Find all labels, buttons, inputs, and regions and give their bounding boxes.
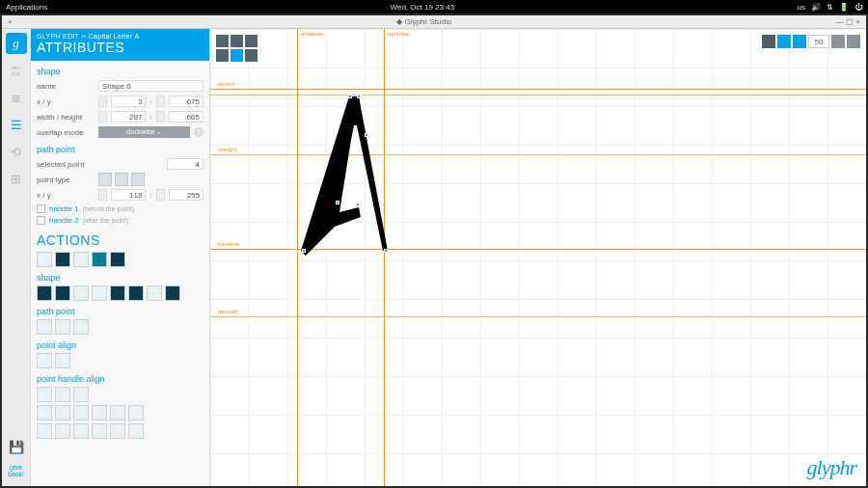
halign-3[interactable] xyxy=(73,387,89,402)
battery-icon[interactable]: 🔋 xyxy=(839,3,849,12)
halign-13[interactable] xyxy=(92,423,107,439)
path-node[interactable] xyxy=(356,203,360,206)
halign-8[interactable] xyxy=(110,405,125,420)
pp-action-3[interactable] xyxy=(73,319,89,335)
actions-pointalign-label: point align xyxy=(37,340,203,350)
section-shape: shape xyxy=(37,67,203,76)
lock-w-icon[interactable] xyxy=(98,111,107,122)
halign-2[interactable] xyxy=(55,387,70,402)
view-pan[interactable] xyxy=(762,35,775,48)
rail-glyph-edit[interactable]: abc xyz xyxy=(6,60,27,81)
help-icon[interactable]: ? xyxy=(194,127,203,137)
zoom-value[interactable]: 50 xyxy=(808,35,829,48)
action-add[interactable] xyxy=(92,252,107,267)
sound-icon[interactable]: 🔊 xyxy=(811,3,821,12)
shape-action-5[interactable] xyxy=(110,285,125,301)
path-node[interactable] xyxy=(365,133,368,137)
guide-descent[interactable] xyxy=(210,316,866,317)
path-node[interactable] xyxy=(384,249,388,253)
actions-pathpoint-label: path point xyxy=(37,307,203,316)
action-paste[interactable] xyxy=(73,252,89,267)
point-type-corner[interactable] xyxy=(98,173,112,186)
halign-12[interactable] xyxy=(73,423,89,439)
input-shape-name[interactable]: Shape 0 xyxy=(98,80,203,92)
glyph-shape[interactable] xyxy=(301,96,397,260)
rail-logo[interactable]: g xyxy=(6,33,27,54)
give-back-link[interactable]: give back! xyxy=(8,464,24,478)
rail-guides[interactable]: ⊞ xyxy=(6,168,27,189)
tool-arrow[interactable] xyxy=(216,35,229,47)
guide-left-side[interactable] xyxy=(297,29,298,486)
tool-pen[interactable] xyxy=(231,35,243,47)
guide-ascent[interactable] xyxy=(210,89,866,90)
halign-9[interactable] xyxy=(128,405,144,420)
pp-action-2[interactable] xyxy=(55,319,70,335)
halign-1[interactable] xyxy=(37,387,52,402)
input-pp-x[interactable]: 118 xyxy=(111,189,146,201)
shape-action-8[interactable] xyxy=(165,285,180,301)
lock-pp-y-icon[interactable] xyxy=(156,189,165,201)
input-y[interactable]: 675 xyxy=(169,95,203,107)
shape-action-7[interactable] xyxy=(147,285,162,301)
checkbox-icon xyxy=(37,216,45,225)
power-icon[interactable]: ⏻ xyxy=(854,3,862,12)
breadcrumb[interactable]: GLYPH EDIT ›› Capital Letter A xyxy=(37,33,203,40)
overlap-mode-dropdown[interactable]: clockwise ⌄ xyxy=(98,126,190,138)
tool-shape[interactable] xyxy=(245,35,258,47)
tool-path-add[interactable] xyxy=(231,49,243,62)
halign-10[interactable] xyxy=(37,423,52,439)
input-selected-point[interactable]: 4 xyxy=(167,158,203,170)
shape-action-4[interactable] xyxy=(92,285,107,301)
action-undo[interactable] xyxy=(55,252,70,267)
lock-x-icon[interactable] xyxy=(98,95,107,107)
view-fit[interactable] xyxy=(777,35,791,48)
halign-4[interactable] xyxy=(37,405,52,420)
input-w[interactable]: 287 xyxy=(111,111,146,122)
shape-action-2[interactable] xyxy=(55,285,70,301)
view-onebyone[interactable] xyxy=(793,35,806,48)
zoom-in[interactable] xyxy=(831,35,845,48)
rail-history[interactable]: ⟲ xyxy=(6,141,27,162)
window-controls[interactable]: — ▢ × xyxy=(836,17,860,26)
lock-pp-x-icon[interactable] xyxy=(98,189,107,201)
rail-layers[interactable]: ≣ xyxy=(6,87,27,108)
toggle-handle-1[interactable]: handle 1 (before the point) xyxy=(37,204,203,213)
shape-action-6[interactable] xyxy=(128,285,144,301)
tool-path-edit[interactable] xyxy=(216,49,229,62)
edit-canvas[interactable]: /*placeholder to keep structure*/ advanc… xyxy=(210,29,866,486)
lock-h-icon[interactable] xyxy=(156,111,165,122)
align-action-2[interactable] xyxy=(55,353,70,368)
tool-new-path[interactable] xyxy=(245,49,258,62)
keyboard-indicator[interactable]: us xyxy=(798,3,805,12)
rail-attributes[interactable]: ☰ xyxy=(6,114,27,135)
halign-6[interactable] xyxy=(73,405,89,420)
path-node[interactable] xyxy=(357,95,361,98)
label-rightmax: rightmax xyxy=(388,31,410,37)
shape-action-1[interactable] xyxy=(37,285,52,301)
halign-15[interactable] xyxy=(128,423,144,439)
action-copy[interactable] xyxy=(37,252,52,267)
input-pp-y[interactable]: 255 xyxy=(169,189,203,201)
point-type-flat[interactable] xyxy=(115,173,128,186)
halign-11[interactable] xyxy=(55,423,70,439)
shape-action-3[interactable] xyxy=(73,285,89,301)
halign-5[interactable] xyxy=(55,405,70,420)
halign-7[interactable] xyxy=(92,405,107,420)
applications-menu[interactable]: Applications xyxy=(6,3,47,12)
halign-14[interactable] xyxy=(110,423,125,439)
lock-y-icon[interactable] xyxy=(156,95,165,107)
input-x[interactable]: 3 xyxy=(111,95,146,107)
zoom-out[interactable] xyxy=(847,35,860,48)
toggle-handle-2[interactable]: handle 2 (after the point) xyxy=(37,216,203,225)
path-node[interactable] xyxy=(336,201,339,204)
action-export[interactable] xyxy=(110,252,125,267)
pp-action-1[interactable] xyxy=(37,319,52,335)
align-action-1[interactable] xyxy=(37,353,52,368)
path-node[interactable] xyxy=(302,249,306,253)
guide-capheight[interactable] xyxy=(210,95,866,95)
point-type-symmetric[interactable] xyxy=(131,173,145,186)
network-icon[interactable]: ⇅ xyxy=(827,3,833,12)
input-h[interactable]: 665 xyxy=(169,111,203,122)
path-node[interactable] xyxy=(348,95,352,98)
rail-save[interactable]: 💾 xyxy=(6,437,27,458)
